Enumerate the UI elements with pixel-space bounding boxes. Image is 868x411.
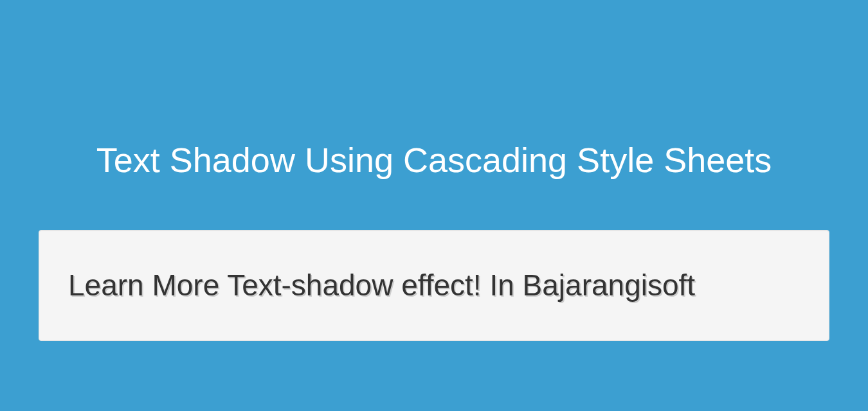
main-container: Text Shadow Using Cascading Style Sheets… bbox=[0, 0, 868, 341]
page-title: Text Shadow Using Cascading Style Sheets bbox=[0, 140, 868, 180]
shadow-text-example: Learn More Text-shadow effect! In Bajara… bbox=[68, 269, 800, 302]
content-card: Learn More Text-shadow effect! In Bajara… bbox=[39, 230, 829, 341]
